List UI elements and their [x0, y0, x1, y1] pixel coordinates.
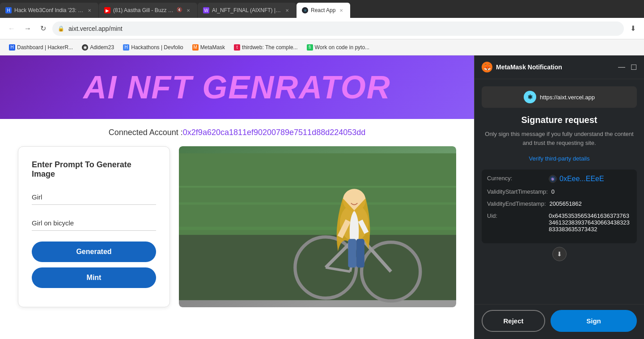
- download-button[interactable]: ⬇: [627, 22, 639, 34]
- form-card: Enter Prompt To Generate Image Generated…: [18, 146, 170, 307]
- address-bar: ← → ↻ 🔒 ⬇: [0, 18, 644, 39]
- tab-1[interactable]: H Hack Web3Conf India '23: Dashbo... ✕: [0, 3, 98, 18]
- metamask-close-button[interactable]: ☐: [631, 63, 637, 72]
- bookmark-2[interactable]: ◉ Adidem23: [78, 43, 118, 52]
- svg-rect-4: [179, 202, 456, 204]
- bookmark5-label: thirdweb: The comple...: [242, 44, 298, 51]
- scroll-down-button[interactable]: ⬇: [552, 247, 567, 261]
- tab1-favicon: H: [5, 7, 12, 13]
- sig-details: Currency: 🔮 0xEee...EEeE ValidityStartTi…: [482, 170, 637, 243]
- page-header: AI NFT GENRATOR: [0, 55, 474, 119]
- forward-button[interactable]: →: [21, 23, 34, 34]
- bookmark5-favicon: t: [234, 44, 240, 51]
- bookmark-1[interactable]: H Dashboard | HackerR...: [5, 43, 76, 52]
- prompt-input-1[interactable]: [32, 190, 156, 205]
- bookmark3-favicon: H: [123, 44, 129, 51]
- sign-button[interactable]: Sign: [551, 310, 637, 332]
- bookmark1-label: Dashboard | HackerR...: [17, 44, 73, 51]
- metamask-panel: 🦊 MetaMask Notification — ☐ ⚛ https://ai…: [474, 55, 644, 339]
- prompt-field-1: [32, 190, 156, 205]
- svg-rect-17: [356, 239, 364, 267]
- bookmark6-favicon: fi: [307, 44, 313, 51]
- lock-icon: 🔒: [58, 25, 64, 32]
- connected-label: Connected Account :: [109, 128, 183, 137]
- mint-button[interactable]: Mint: [32, 267, 156, 288]
- currency-icon: 🔮: [549, 175, 557, 183]
- metamask-site-icon: ⚛: [524, 91, 536, 103]
- scroll-indicator: ⬇: [482, 247, 637, 261]
- verify-third-party-link[interactable]: Verify third-party details: [529, 155, 590, 162]
- tab-2[interactable]: ▶ (81) Aastha Gill - Buzz feat Ba... 🔇 ✕: [99, 3, 197, 18]
- validity-end-value: 2005651862: [550, 200, 582, 207]
- metamask-panel-title: MetaMask Notification: [496, 64, 562, 71]
- tab4-close[interactable]: ✕: [338, 7, 345, 14]
- uid-value: 0x64353535653461636373763346132383937643…: [549, 212, 631, 233]
- form-card-title: Enter Prompt To Generate Image: [32, 160, 156, 179]
- validity-end-row: ValidityEndTimestamp: 2005651862: [487, 200, 631, 207]
- validity-start-label: ValidityStartTimestamp:: [487, 188, 548, 195]
- main-area: AI NFT GENRATOR Connected Account :0x2f9…: [0, 55, 644, 339]
- tab-3[interactable]: W AI_NFT_FINAL (AIXNFT) | Mumbai... ✕: [198, 3, 296, 18]
- metamask-controls: — ☐: [618, 63, 637, 72]
- bookmark1-favicon: H: [9, 44, 15, 51]
- metamask-site-url: https://aixt.vercel.app: [540, 94, 595, 101]
- tab3-favicon: W: [203, 7, 209, 13]
- currency-row: Currency: 🔮 0xEee...EEeE: [487, 175, 631, 183]
- metamask-logo: 🦊: [482, 62, 492, 72]
- svg-rect-3: [179, 186, 456, 188]
- bookmark4-label: MetaMask: [200, 44, 225, 51]
- metamask-footer: Reject Sign: [475, 304, 644, 339]
- bookmark4-favicon: M: [192, 44, 199, 51]
- bookmark2-label: Adidem23: [90, 44, 114, 51]
- tab4-title: React App: [311, 7, 336, 13]
- page-title: AI NFT GENRATOR: [9, 69, 465, 106]
- tab-4[interactable]: ⚛ React App ✕: [297, 3, 350, 18]
- svg-rect-16: [348, 239, 356, 267]
- svg-rect-1: [179, 153, 456, 235]
- browser-chrome: H Hack Web3Conf India '23: Dashbo... ✕ ▶…: [0, 0, 644, 55]
- bookmark-3[interactable]: H Hackathons | Devfolio: [119, 43, 187, 52]
- wallet-address: 0x2f9a620ca1811ef90200789e7511d88d224053…: [183, 128, 365, 137]
- prompt-field-2: [32, 216, 156, 231]
- tab4-favicon: ⚛: [302, 7, 308, 13]
- back-button[interactable]: ←: [5, 23, 18, 34]
- tab2-title: (81) Aastha Gill - Buzz feat Ba...: [113, 7, 175, 13]
- metamask-site: ⚛ https://aixt.vercel.app: [482, 86, 637, 108]
- tab1-title: Hack Web3Conf India '23: Dashbo...: [14, 7, 84, 13]
- validity-start-row: ValidityStartTimestamp: 0: [487, 188, 631, 195]
- tab3-close[interactable]: ✕: [284, 7, 291, 14]
- tab2-favicon: ▶: [104, 7, 110, 13]
- reload-button[interactable]: ↻: [38, 22, 49, 34]
- reject-button[interactable]: Reject: [482, 310, 545, 332]
- uid-label: Uid:: [487, 212, 545, 219]
- svg-text:🔮: 🔮: [551, 178, 555, 181]
- generated-image-container: [179, 146, 456, 307]
- tab-bar: H Hack Web3Conf India '23: Dashbo... ✕ ▶…: [0, 0, 644, 18]
- bookmark-6[interactable]: fi Work on code in pyto...: [303, 43, 373, 52]
- tab3-title: AI_NFT_FINAL (AIXNFT) | Mumbai...: [212, 7, 282, 13]
- bookmark3-label: Hackathons | Devfolio: [131, 44, 183, 51]
- address-wrapper: 🔒: [52, 21, 624, 36]
- verify-link-wrapper: Verify third-party details: [482, 154, 637, 162]
- bookmarks-bar: H Dashboard | HackerR... ◉ Adidem23 H Ha…: [0, 39, 644, 55]
- bookmark-4[interactable]: M MetaMask: [189, 43, 229, 52]
- address-input[interactable]: [52, 21, 624, 36]
- svg-rect-5: [179, 227, 456, 230]
- prompt-input-2[interactable]: [32, 216, 156, 231]
- bicycle-image: [179, 146, 456, 307]
- currency-value: 🔮 0xEee...EEeE: [549, 175, 604, 183]
- validity-start-value: 0: [551, 188, 555, 195]
- tab1-close[interactable]: ✕: [86, 7, 93, 14]
- sig-request-title: Signature request: [482, 115, 637, 125]
- currency-label: Currency:: [487, 175, 545, 182]
- page-content: AI NFT GENRATOR Connected Account :0x2f9…: [0, 55, 474, 339]
- metamask-header: 🦊 MetaMask Notification — ☐: [475, 55, 644, 79]
- generate-button[interactable]: Generated: [32, 242, 156, 262]
- tab2-mute-icon[interactable]: 🔇: [177, 7, 183, 13]
- metamask-minimize-button[interactable]: —: [618, 63, 625, 72]
- connected-account: Connected Account :0x2f9a620ca1811ef9020…: [9, 128, 465, 137]
- bookmark-5[interactable]: t thirdweb: The comple...: [230, 43, 301, 52]
- validity-end-label: ValidityEndTimestamp:: [487, 200, 546, 207]
- tab2-close[interactable]: ✕: [185, 7, 192, 14]
- currency-link[interactable]: 0xEee...EEeE: [559, 175, 604, 183]
